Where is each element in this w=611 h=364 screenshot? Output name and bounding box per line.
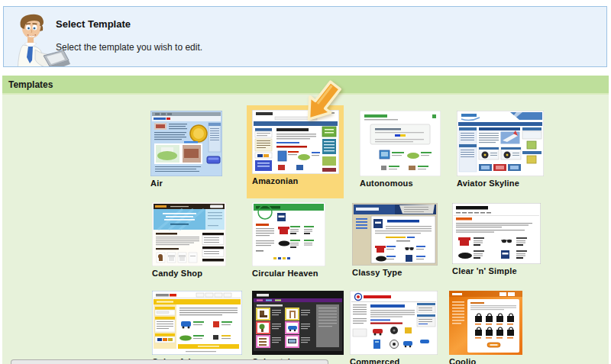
template-label: Air <box>150 179 222 188</box>
template-label: Coolio <box>449 357 522 364</box>
template-thumbnail-air[interactable] <box>150 111 222 176</box>
template-card-colourtab[interactable]: Colourtab <box>252 291 344 364</box>
select-template-page: Select Template Select the template you … <box>0 0 611 364</box>
template-label: Commerced <box>350 357 438 364</box>
page-subtitle: Select the template you wish to edit. <box>56 42 202 53</box>
template-label: Classy Type <box>352 268 438 277</box>
template-label: Candy Shop <box>152 269 226 278</box>
template-thumbnail-colourtab[interactable] <box>252 291 344 355</box>
template-card-aviator-skyline[interactable]: Aviator Skyline <box>457 111 544 188</box>
template-card-classy-type[interactable]: Classy Type <box>352 203 438 277</box>
templates-section-title: Templates <box>8 79 53 90</box>
template-card-circular-heaven[interactable]: Circular Heaven <box>252 202 325 278</box>
template-thumbnail-colourful[interactable] <box>152 291 242 355</box>
selected-template-arrow-icon <box>299 79 354 136</box>
template-label: Autonomous <box>360 179 441 188</box>
template-card-coolio[interactable]: Coolio <box>449 291 522 364</box>
template-label: Amazonian <box>252 176 339 185</box>
header-panel: Select Template Select the template you … <box>3 6 607 67</box>
template-card-air[interactable]: Air <box>150 111 222 188</box>
template-thumbnail-clear-n-simple[interactable] <box>452 203 541 264</box>
template-label: Aviator Skyline <box>457 179 544 188</box>
template-thumbnail-coolio[interactable] <box>449 291 522 355</box>
template-card-commerced[interactable]: Commerced <box>350 291 438 364</box>
template-label: Clear 'n' Simple <box>452 266 541 275</box>
template-label: Circular Heaven <box>252 269 325 278</box>
page-title: Select Template <box>56 18 131 30</box>
template-thumbnail-autonomous[interactable] <box>360 111 441 176</box>
tooltip-bar-fragment <box>11 359 328 364</box>
template-card-autonomous[interactable]: Autonomous <box>360 111 441 188</box>
template-thumbnail-classy-type[interactable] <box>352 203 438 266</box>
template-thumbnail-candy-shop[interactable] <box>152 202 226 266</box>
template-card-colourful[interactable]: Colourful <box>152 291 242 364</box>
template-card-candy-shop[interactable]: Candy Shop <box>152 202 226 278</box>
template-card-clear-n-simple[interactable]: Clear 'n' Simple <box>452 203 541 275</box>
template-thumbnail-commerced[interactable] <box>350 291 438 355</box>
template-thumbnail-aviator-skyline[interactable] <box>457 111 544 176</box>
template-thumbnail-circular-heaven[interactable] <box>252 202 325 266</box>
